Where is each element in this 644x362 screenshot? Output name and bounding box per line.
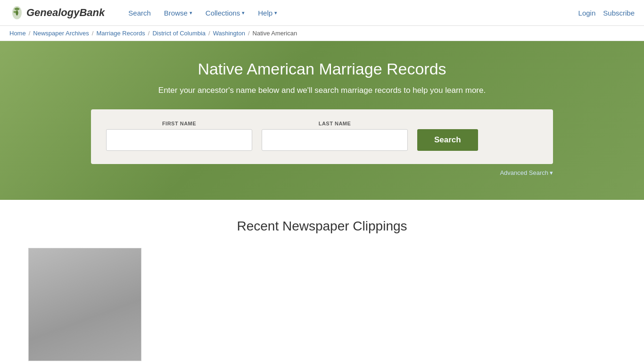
section-title: Recent Newspaper Clippings (28, 219, 616, 234)
subscribe-link[interactable]: Subscribe (603, 9, 635, 17)
breadcrumb-marriage-records[interactable]: Marriage Records (96, 30, 145, 37)
nav-help[interactable]: Help ▾ (253, 6, 282, 20)
navbar: GenealogyBank Search Browse ▾ Collection… (0, 0, 644, 26)
nav-browse[interactable]: Browse ▾ (159, 6, 197, 20)
advanced-search-row: Advanced Search ▾ (91, 169, 553, 176)
breadcrumb: Home / Newspaper Archives / Marriage Rec… (0, 26, 644, 41)
breadcrumb-home[interactable]: Home (9, 30, 26, 37)
clipping-thumbnail (28, 248, 141, 361)
last-name-input[interactable] (262, 129, 408, 151)
breadcrumb-sep-3: / (148, 30, 150, 37)
first-name-field: FIRST NAME (106, 121, 252, 151)
logo-icon (9, 5, 25, 20)
last-name-label: LAST NAME (262, 121, 408, 126)
breadcrumb-sep-5: / (248, 30, 250, 37)
breadcrumb-sep-1: / (29, 30, 31, 37)
breadcrumb-district-of-columbia[interactable]: District of Columbia (152, 30, 206, 37)
breadcrumb-newspaper-archives[interactable]: Newspaper Archives (33, 30, 89, 37)
hero-section: Native American Marriage Records Enter y… (0, 41, 644, 200)
main-content: Recent Newspaper Clippings Obituary, Mar… (0, 200, 644, 362)
login-link[interactable]: Login (578, 9, 596, 17)
first-name-input[interactable] (106, 129, 252, 151)
browse-chevron-icon: ▾ (190, 10, 192, 16)
breadcrumb-sep-4: / (208, 30, 210, 37)
nav-right: Login Subscribe (578, 9, 635, 17)
nav-collections[interactable]: Collections ▾ (201, 6, 249, 20)
help-chevron-icon: ▾ (274, 10, 277, 16)
clippings-grid: Obituary, Margaret Ann White Native Amer… (28, 248, 616, 362)
nav-links: Search Browse ▾ Collections ▾ Help ▾ (124, 6, 578, 20)
advanced-search-link[interactable]: Advanced Search ▾ (500, 169, 553, 176)
hero-subtitle: Enter your ancestor's name below and we'… (9, 86, 635, 95)
breadcrumb-sep-2: / (92, 30, 94, 37)
hero-title: Native American Marriage Records (9, 60, 635, 78)
breadcrumb-current: Native American (253, 30, 297, 37)
advanced-search-chevron-icon: ▾ (550, 169, 553, 176)
search-box: FIRST NAME LAST NAME Search (91, 109, 553, 164)
logo[interactable]: GenealogyBank (9, 5, 105, 20)
last-name-field: LAST NAME (262, 121, 408, 151)
collections-chevron-icon: ▾ (242, 10, 245, 16)
first-name-label: FIRST NAME (106, 121, 252, 126)
breadcrumb-washington[interactable]: Washington (213, 30, 245, 37)
search-button[interactable]: Search (417, 129, 478, 151)
nav-search[interactable]: Search (124, 6, 156, 20)
clipping-card[interactable]: Obituary, Margaret Ann White Native Amer… (28, 248, 141, 362)
logo-text: GenealogyBank (26, 7, 105, 19)
advanced-search-label: Advanced Search (500, 169, 548, 176)
